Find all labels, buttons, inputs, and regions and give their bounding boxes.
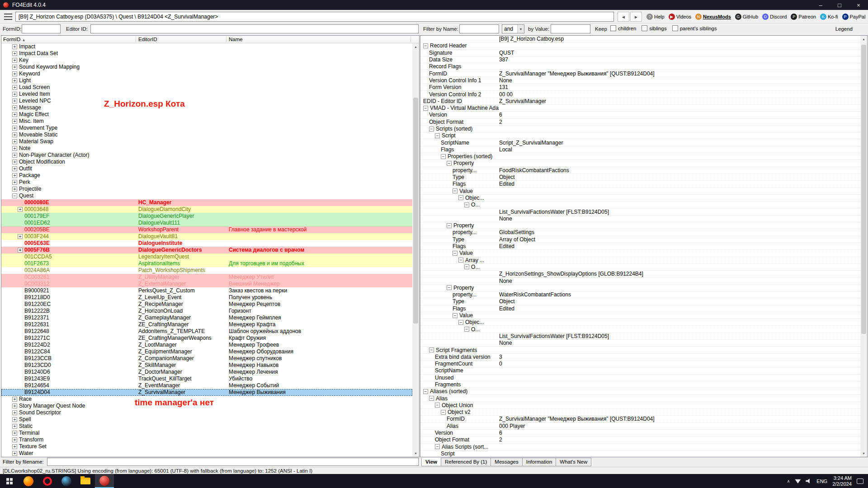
record-row[interactable]: B9122C84Z_EquipmentManagerМенеджер Обору… <box>1 348 412 355</box>
expander-icon[interactable]: + <box>12 166 17 171</box>
expander-icon[interactable]: − <box>423 106 428 111</box>
detail-row[interactable]: −Value <box>420 312 860 319</box>
expander-icon[interactable]: + <box>12 424 17 429</box>
checkbox-siblings[interactable]: siblings <box>642 25 666 31</box>
record-row[interactable]: 0C003312Z_ExternalManagerВнешний Менедже… <box>1 281 412 287</box>
expander-icon[interactable]: + <box>12 105 17 110</box>
column-header-name[interactable]: Name <box>229 37 243 42</box>
detail-row[interactable]: −Script Fragments <box>420 347 860 353</box>
tree-item[interactable]: +Object Modification <box>1 159 412 165</box>
start-button[interactable] <box>0 474 19 488</box>
tree-item[interactable]: +Key <box>1 57 412 64</box>
record-row[interactable]: 0000080EHC_Manager <box>1 199 412 206</box>
expander-icon[interactable]: + <box>18 207 23 212</box>
detail-row[interactable]: −Scripts (sorted) <box>420 126 860 132</box>
expander-icon[interactable]: + <box>12 451 17 456</box>
expander-icon[interactable]: − <box>453 251 458 256</box>
expander-icon[interactable]: + <box>12 132 17 137</box>
record-row[interactable]: B9000921PerksQuest_Z_CustomЗаказ квестов… <box>1 287 412 294</box>
expander-icon[interactable]: + <box>12 160 17 164</box>
tree-item[interactable]: +Texture Set <box>1 443 412 450</box>
detail-row[interactable]: TypeObject <box>420 298 860 305</box>
tree-item[interactable]: +Moveable Static <box>1 131 412 138</box>
link-github[interactable]: GGitHub <box>735 14 758 20</box>
link-help[interactable]: ?Help <box>646 14 665 20</box>
link-paypal[interactable]: PPayPal <box>842 14 866 20</box>
taskbar-icon-opera[interactable] <box>38 474 57 488</box>
detail-row[interactable]: property...WaterRiskCombatantFactions <box>420 291 860 298</box>
detail-row[interactable]: −Aliases (sorted) <box>420 388 860 395</box>
expander-icon[interactable]: + <box>12 85 17 90</box>
expander-icon[interactable]: − <box>429 127 434 131</box>
formid-input[interactable] <box>22 24 61 33</box>
expander-icon[interactable]: + <box>12 71 17 76</box>
record-row[interactable]: 001CCDA5LegendaryItemQuest <box>1 253 412 260</box>
expander-icon[interactable]: − <box>453 313 458 318</box>
expander-icon[interactable]: − <box>464 327 469 332</box>
detail-row[interactable]: None <box>420 216 860 222</box>
link-videos[interactable]: ▶Videos <box>669 14 691 20</box>
detail-row[interactable]: −Objec... <box>420 319 860 326</box>
record-row[interactable]: 001F2673AspirationalItemsДля торговцев и… <box>1 260 412 267</box>
link-patreon[interactable]: PPatreon <box>791 14 816 20</box>
taskbar-icon-fo4edit[interactable] <box>95 474 114 488</box>
maximize-button[interactable]: □ <box>830 0 849 10</box>
expander-icon[interactable]: − <box>435 133 440 138</box>
tree-item[interactable]: +Terminal <box>1 430 412 436</box>
scroll-up-icon[interactable]: ▲ <box>412 43 419 50</box>
record-row[interactable]: B9123CCBZ_CompanionManagerМенеджер спутн… <box>1 355 412 362</box>
column-header-editorid[interactable]: EditorID <box>138 37 157 42</box>
tree-item[interactable]: +Package <box>1 172 412 179</box>
detail-row[interactable]: Record Flags <box>420 63 860 70</box>
network-icon[interactable] <box>795 479 801 483</box>
expander-icon[interactable]: + <box>12 139 17 144</box>
detail-row[interactable]: ScriptName <box>420 367 860 374</box>
detail-row[interactable]: FragmentCount0 <box>420 361 860 367</box>
expander-icon[interactable]: − <box>435 403 440 408</box>
link-nexusmods[interactable]: NNexusMods <box>695 14 731 20</box>
detail-row[interactable]: List_SurvivalFactionsWater [FLST:B9124D0… <box>420 208 860 215</box>
expander-icon[interactable]: − <box>429 347 434 352</box>
tree-item[interactable]: +Misc. Item <box>1 118 412 125</box>
detail-row[interactable]: Version6 <box>420 430 860 436</box>
back-button[interactable]: ◄ <box>618 12 629 22</box>
detail-row[interactable]: −Objec... <box>420 195 860 202</box>
record-row[interactable]: B9122371Z_GameplayManagerМенеджер Геймпл… <box>1 314 412 321</box>
record-row[interactable]: B9122648AddonItems_Z_TEMPLATEШаблон оруж… <box>1 328 412 335</box>
tree-item[interactable]: +Transform <box>1 436 412 443</box>
expander-icon[interactable]: − <box>12 193 17 198</box>
notification-icon[interactable] <box>857 479 863 484</box>
scroll-down-icon[interactable]: ▼ <box>412 450 419 457</box>
detail-row[interactable]: Form Version131 <box>420 84 860 91</box>
detail-row[interactable]: Version Control Info 1None <box>420 77 860 84</box>
expander-icon[interactable]: + <box>12 410 17 415</box>
expander-icon[interactable]: + <box>12 112 17 117</box>
record-row[interactable]: B912222BZ_HorizonOnLoadГоризонт <box>1 308 412 314</box>
tree-item[interactable]: +Water <box>1 450 412 457</box>
tree-item[interactable]: +Movement Type <box>1 125 412 131</box>
detail-row[interactable]: FlagsLocal <box>420 146 860 153</box>
record-row[interactable]: B9124654Z_EventManagerМенеджер Событий <box>1 382 412 389</box>
detail-row[interactable]: −Value <box>420 188 860 195</box>
detail-row[interactable]: −Record Header <box>420 42 860 49</box>
tree-item[interactable]: +Projectile <box>1 186 412 192</box>
detail-row[interactable]: FlagsEdited <box>420 181 860 188</box>
detail-row[interactable]: Data Size387 <box>420 56 860 63</box>
taskbar-clock[interactable]: 3:24 AM 2/2/2024 <box>832 475 852 487</box>
record-row[interactable]: +0003F244DialogueVault81 <box>1 233 412 240</box>
detail-row[interactable]: FormIDZ_SurvivalManager "Менеджер Выжива… <box>420 416 860 422</box>
value-filter-input[interactable] <box>551 24 590 33</box>
tree-item[interactable]: +Sound Descriptor <box>1 409 412 416</box>
detail-row[interactable]: EDID - Editor IDZ_SurvivalManager <box>420 98 860 105</box>
record-row[interactable]: B91243E9TrackQuest_KillTargetУбийство <box>1 375 412 382</box>
volume-icon[interactable] <box>806 479 811 483</box>
expander-icon[interactable]: + <box>12 58 17 63</box>
record-row[interactable]: 000205BEWorkshopParentГлавное задание в … <box>1 226 412 233</box>
tab-messages[interactable]: Messages <box>491 458 522 466</box>
tree-item[interactable]: +Note <box>1 145 412 152</box>
expander-icon[interactable]: + <box>12 431 17 436</box>
expander-icon[interactable]: − <box>447 223 452 228</box>
expander-icon[interactable]: − <box>423 43 428 48</box>
tree-item[interactable]: +Static <box>1 423 412 430</box>
expander-icon[interactable]: + <box>12 51 17 56</box>
